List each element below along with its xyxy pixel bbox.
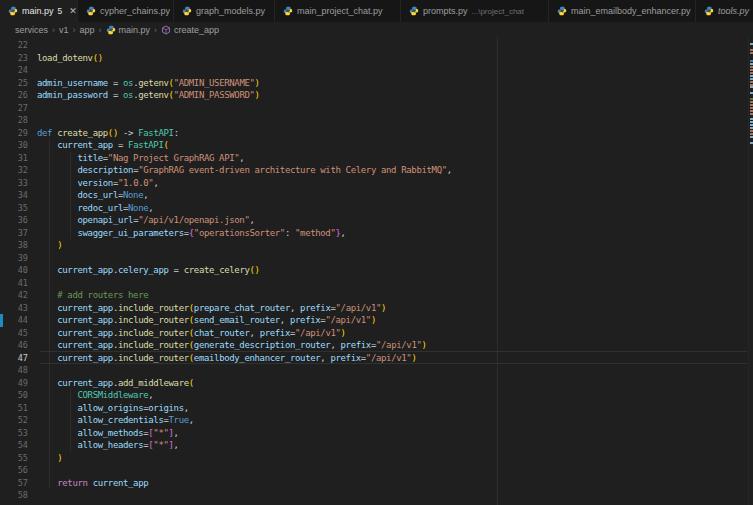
tab-prompts.py[interactable]: prompts.py...\project_chat: [401, 0, 549, 22]
tab-cypher_chains.py[interactable]: cypher_chains.py: [78, 0, 174, 22]
code-line[interactable]: 27: [0, 102, 753, 115]
code-line[interactable]: 44 current_app.include_router(send_email…: [0, 314, 753, 327]
line-number: 33: [0, 177, 37, 190]
code-line[interactable]: 26admin_password = os.getenv("ADMIN_PASS…: [0, 89, 753, 102]
tab-label: main_project_chat.py: [297, 6, 383, 16]
python-icon: [86, 6, 96, 16]
tab-graph_models.py[interactable]: graph_models.py: [174, 0, 275, 22]
tab-label: main.py: [22, 6, 54, 16]
line-number: 57: [0, 477, 37, 490]
code-line[interactable]: 42 # add routers here: [0, 289, 753, 302]
code-line[interactable]: 41: [0, 277, 753, 290]
breadcrumb-item-services[interactable]: services: [15, 25, 48, 35]
code-line[interactable]: 57 return current_app: [0, 477, 753, 490]
line-number: 39: [0, 252, 37, 265]
code-line[interactable]: 22: [0, 39, 753, 52]
line-number: 24: [0, 64, 37, 77]
line-number: 27: [0, 102, 37, 115]
tab-main_project_chat.py[interactable]: main_project_chat.py: [275, 0, 401, 22]
tab-main.py[interactable]: main.py5✕: [0, 0, 78, 22]
code-line[interactable]: 47 current_app.include_router(emailbody_…: [0, 352, 753, 365]
code-line[interactable]: 46 current_app.include_router(generate_d…: [0, 339, 753, 352]
line-number: 30: [0, 139, 37, 152]
breadcrumb-separator: ›: [52, 25, 55, 35]
breadcrumb-item-v1[interactable]: v1: [59, 25, 69, 35]
line-number: 55: [0, 452, 37, 465]
tab-label: graph_models.py: [196, 6, 265, 16]
breadcrumb-item-app[interactable]: app: [80, 25, 95, 35]
tab-label: prompts.py: [423, 6, 468, 16]
vscode-window: main.py5✕ cypher_chains.py graph_models.…: [0, 0, 753, 505]
line-number: 45: [0, 327, 37, 340]
line-number: 56: [0, 464, 37, 477]
line-number: 53: [0, 427, 37, 440]
code-line[interactable]: 37 swagger_ui_parameters={"operationsSor…: [0, 227, 753, 240]
code-line[interactable]: 39: [0, 252, 753, 265]
editor-tab-bar: main.py5✕ cypher_chains.py graph_models.…: [0, 0, 753, 22]
line-number: 49: [0, 377, 37, 390]
code-area[interactable]: 2223load_dotenv()2425admin_username = os…: [0, 37, 753, 502]
code-line[interactable]: 29def create_app() -> FastAPI:: [0, 127, 753, 140]
python-icon: [409, 6, 419, 16]
code-line[interactable]: 54 allow_headers=["*"],: [0, 439, 753, 452]
code-line[interactable]: 28: [0, 114, 753, 127]
line-number: 44: [0, 314, 37, 327]
line-number: 22: [0, 39, 37, 52]
code-line[interactable]: 43 current_app.include_router(prepare_ch…: [0, 302, 753, 315]
line-number: 42: [0, 289, 37, 302]
line-number: 31: [0, 152, 37, 165]
line-number: 28: [0, 114, 37, 127]
code-line[interactable]: 25admin_username = os.getenv("ADMIN_USER…: [0, 77, 753, 90]
line-number: 38: [0, 239, 37, 252]
code-line[interactable]: 24: [0, 64, 753, 77]
code-line[interactable]: 32 description="GraphRAG event-driven ar…: [0, 164, 753, 177]
code-line[interactable]: 33 version="1.0.0",: [0, 177, 753, 190]
code-line[interactable]: 31 title="Nag Project GraphRAG API",: [0, 152, 753, 165]
code-line[interactable]: 56: [0, 464, 753, 477]
breadcrumb-separator: ›: [99, 25, 102, 35]
line-number: 48: [0, 364, 37, 377]
code-line[interactable]: 30 current_app = FastAPI(: [0, 139, 753, 152]
python-icon: [704, 6, 714, 16]
line-number: 41: [0, 277, 37, 290]
breadcrumb-separator: ›: [154, 25, 157, 35]
tab-label: main_emailbody_enhancer.py: [571, 6, 691, 16]
line-number: 51: [0, 402, 37, 415]
breadcrumb-item-create_app[interactable]: create_app: [161, 25, 219, 35]
line-number: 47: [0, 352, 37, 365]
code-line[interactable]: 58: [0, 489, 753, 502]
python-icon: [8, 6, 18, 16]
code-line[interactable]: 36 openapi_url="/api/v1/openapi.json",: [0, 214, 753, 227]
code-line[interactable]: 40 current_app.celery_app = create_celer…: [0, 264, 753, 277]
code-line[interactable]: 38 ): [0, 239, 753, 252]
code-line[interactable]: 53 allow_methods=["*"],: [0, 427, 753, 440]
line-number: 29: [0, 127, 37, 140]
line-number: 34: [0, 189, 37, 202]
breadcrumb-separator: ›: [73, 25, 76, 35]
line-number: 35: [0, 202, 37, 215]
code-line[interactable]: 45 current_app.include_router(chat_route…: [0, 327, 753, 340]
code-line[interactable]: 51 allow_origins=origins,: [0, 402, 753, 415]
line-number: 58: [0, 489, 37, 502]
tab-main_emailbody_enhancer.py[interactable]: main_emailbody_enhancer.py: [549, 0, 696, 22]
tab-path-description: ...\project_chat: [472, 7, 524, 16]
code-editor[interactable]: 2223load_dotenv()2425admin_username = os…: [0, 37, 753, 505]
line-number: 26: [0, 89, 37, 102]
tab-label: cypher_chains.py: [100, 6, 170, 16]
minimap[interactable]: [748, 37, 753, 505]
code-line[interactable]: 35 redoc_url=None,: [0, 202, 753, 215]
code-line[interactable]: 50 CORSMiddleware,: [0, 389, 753, 402]
tab-tools.py[interactable]: tools.py: [696, 0, 753, 22]
code-line[interactable]: 52 allow_credentials=True,: [0, 414, 753, 427]
code-line[interactable]: 34 docs_url=None,: [0, 189, 753, 202]
line-number: 23: [0, 52, 37, 65]
close-icon[interactable]: ✕: [69, 6, 77, 16]
line-number: 25: [0, 77, 37, 90]
code-line[interactable]: 23load_dotenv(): [0, 52, 753, 65]
code-line[interactable]: 55 ): [0, 452, 753, 465]
line-number: 40: [0, 264, 37, 277]
breadcrumb: services›v1›app› main.py› create_app: [0, 22, 753, 37]
code-line[interactable]: 48: [0, 364, 753, 377]
breadcrumb-item-main.py[interactable]: main.py: [106, 25, 151, 35]
code-line[interactable]: 49 current_app.add_middleware(: [0, 377, 753, 390]
